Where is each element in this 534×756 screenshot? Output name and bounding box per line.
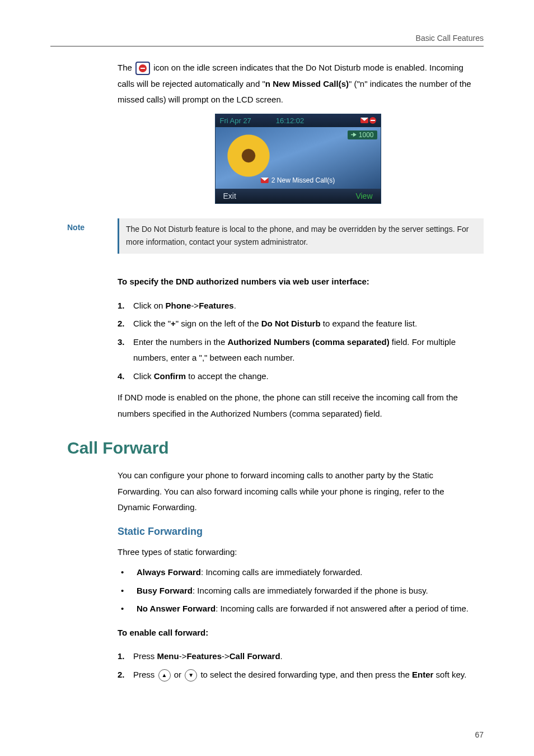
- forward-type-noanswer: No Answer Forward: Incoming calls are fo…: [118, 601, 478, 617]
- dnd-step-1: 1. Click on Phone->Features.: [118, 298, 478, 314]
- wallpaper-sunflower: [223, 130, 274, 181]
- intro-missed-bold: n New Missed Call(s): [265, 79, 349, 88]
- dnd-step-3: 3. Enter the numbers in the Authorized N…: [118, 334, 478, 366]
- softkey-view[interactable]: View: [355, 192, 372, 200]
- static-forwarding-heading: Static Forwarding: [118, 526, 478, 538]
- dnd-auth-footer: If DND mode is enabled on the phone, the…: [118, 390, 478, 422]
- enable-forward-steps: 1. Press Menu->Features->Call Forward. 2…: [118, 648, 478, 683]
- down-arrow-icon: ▼: [185, 669, 197, 682]
- dnd-status-icon: [369, 117, 376, 124]
- enable-step-1: 1. Press Menu->Features->Call Forward.: [118, 648, 478, 665]
- dnd-step-4: 4. Click Confirm to accept the change.: [118, 368, 478, 385]
- phone-screenshot: Fri Apr 27 16:12:02 1000 2 New Missed Ca…: [215, 114, 381, 204]
- dnd-icon: [135, 62, 150, 75]
- note-text: The Do Not Disturb feature is local to t…: [118, 218, 484, 254]
- softkey-exit[interactable]: Exit: [223, 192, 236, 200]
- phone-time: 16:12:02: [220, 116, 360, 125]
- phone-extension: 1000: [348, 130, 377, 139]
- missed-call-banner: 2 New Missed Call(s): [261, 176, 335, 184]
- up-arrow-icon: ▲: [158, 669, 171, 682]
- note-label: Note: [67, 218, 118, 254]
- static-forwarding-intro: Three types of static forwarding:: [118, 544, 478, 561]
- forward-type-busy: Busy Forward: Incoming calls are immedia…: [118, 583, 478, 599]
- call-forward-heading: Call Forward: [67, 438, 484, 458]
- header-rule: [50, 46, 484, 46]
- voicemail-icon: [360, 118, 368, 123]
- forward-type-always: Always Forward: Incoming calls are immed…: [118, 564, 478, 581]
- dnd-step-2: 2. Click the "+" sign on the left of the…: [118, 316, 478, 332]
- enable-step-2: 2. Press ▲ or ▼ to select the desired fo…: [118, 667, 478, 683]
- enable-forward-heading: To enable call forward:: [118, 625, 478, 641]
- forwarding-types-list: Always Forward: Incoming calls are immed…: [118, 564, 478, 617]
- missed-call-text: 2 New Missed Call(s): [271, 176, 335, 184]
- intro-paragraph: The icon on the idle screen indicates th…: [118, 60, 478, 108]
- header-chapter: Basic Call Features: [50, 34, 484, 43]
- missed-call-icon: [261, 178, 269, 183]
- call-forward-intro: You can configure your phone to forward …: [118, 468, 478, 516]
- dnd-auth-heading: To specify the DND authorized numbers vi…: [118, 274, 478, 290]
- intro-text-1: The: [118, 63, 134, 72]
- note-block: Note The Do Not Disturb feature is local…: [67, 218, 484, 254]
- page-number: 67: [475, 730, 484, 739]
- dnd-auth-steps: 1. Click on Phone->Features. 2. Click th…: [118, 298, 478, 385]
